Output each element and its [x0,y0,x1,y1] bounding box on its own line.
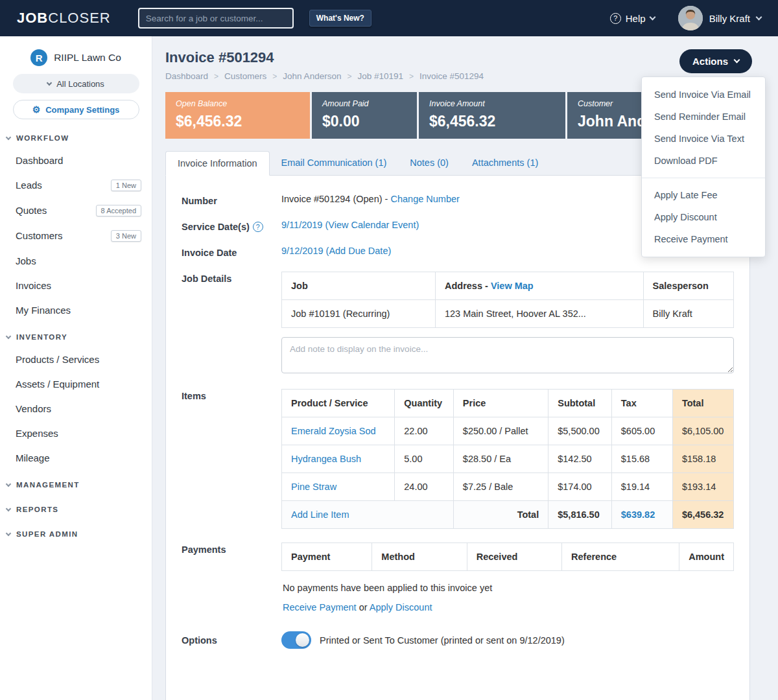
sidebar-item-label: Assets / Equipment [16,379,99,390]
whats-new-button[interactable]: What's New? [309,10,371,27]
address-cell: 123 Main Street, Hoover AL 352... [435,300,643,328]
sidebar-item-label: My Finances [16,305,71,316]
menu-item-receive-payment[interactable]: Receive Payment [642,228,765,250]
tax-cell: $15.68 [611,445,672,473]
actions-button[interactable]: Actions [679,49,752,73]
sidebar-section-reports[interactable]: REPORTS [0,497,152,519]
breadcrumb-customers[interactable]: Customers [224,71,266,81]
breadcrumb-separator: > [409,72,414,81]
items-header-row: Product / Service Quantity Price Subtota… [282,390,734,417]
menu-item-apply-late-fee[interactable]: Apply Late Fee [642,184,765,206]
add-due-date-link[interactable]: (Add Due Date) [326,246,392,256]
section-label: SUPER ADMIN [16,530,78,538]
help-label: Help [626,13,646,24]
tax-cell: $605.00 [611,417,672,445]
quantity-cell: 22.00 [395,417,454,445]
payment-column-header: Payment [282,543,372,571]
breadcrumb-job[interactable]: Job #10191 [357,71,403,81]
sidebar-section-super-admin[interactable]: SUPER ADMIN [0,522,152,544]
payments-header-row: Payment Method Received Reference Amount [282,543,734,571]
options-row: Options Printed or Sent To Customer (pri… [182,631,734,649]
tax-cell: $19.14 [611,473,672,501]
sidebar-item-invoices[interactable]: Invoices [0,273,152,298]
search-input[interactable] [138,8,294,29]
view-map-link[interactable]: View Map [491,281,534,291]
user-name: Billy Kraft [709,13,750,24]
company-settings-label: Company Settings [45,105,119,115]
sidebar-section-workflow[interactable]: WORKFLOW [0,126,152,148]
sidebar-item-mileage[interactable]: Mileage [0,445,152,470]
job-details-table: Job Address - View Map Salesperson Job #… [281,272,734,328]
salesperson-cell: Billy Kraft [643,300,733,328]
tab-attachments[interactable]: Attachments (1) [460,151,550,175]
sidebar-item-vendors[interactable]: Vendors [0,396,152,421]
status-badge: 8 Accepted [96,205,141,216]
sidebar-item-leads[interactable]: Leads 1 New [0,172,152,198]
menu-item-send-invoice-text[interactable]: Send Invoice Via Text [642,128,765,150]
menu-item-send-invoice-email[interactable]: Send Invoice Via Email [642,84,765,106]
sidebar-item-customers[interactable]: Customers 3 New [0,223,152,248]
all-locations-select[interactable]: All Locations [13,74,139,93]
job-details-header-row: Job Address - View Map Salesperson [282,272,734,300]
sidebar-item-dashboard[interactable]: Dashboard [0,148,152,172]
add-line-item-link[interactable]: Add Line Item [291,509,349,520]
toggle-knob [296,633,309,647]
help-icon: ? [610,13,621,24]
product-link[interactable]: Hydrangea Bush [291,454,361,464]
sidebar-item-label: Products / Services [16,354,99,365]
job-details-row: Job Details Job Address - View Map Sales… [182,272,734,375]
total-cell: $193.14 [672,473,733,501]
menu-item-apply-discount[interactable]: Apply Discount [642,206,765,228]
menu-item-send-reminder-email[interactable]: Send Reminder Email [642,106,765,128]
sidebar-section-management[interactable]: MANAGEMENT [0,472,152,495]
stat-value: $6,456.32 [429,113,555,130]
invoice-number-value: Invoice #501294 (Open) - [281,194,388,204]
sidebar-item-label: Expenses [16,428,58,439]
tax-column-header: Tax [611,390,672,417]
sidebar-section-inventory[interactable]: INVENTORY [0,325,152,347]
invoice-note-textarea[interactable] [281,337,734,373]
menu-divider [642,178,765,178]
section-label: MANAGEMENT [16,481,80,489]
price-cell: $7.25 / Bale [453,473,548,501]
items-label: Items [182,389,281,529]
product-link[interactable]: Pine Straw [291,482,336,492]
sidebar-item-my-finances[interactable]: My Finances [0,298,152,322]
invoice-date-link[interactable]: 9/12/2019 [281,246,324,256]
section-label: INVENTORY [16,333,67,341]
status-badge: 1 New [111,180,141,191]
service-date-link[interactable]: 9/11/2019 [281,220,322,230]
product-link[interactable]: Emerald Zoysia Sod [291,426,376,436]
sidebar-item-expenses[interactable]: Expenses [0,421,152,445]
footer-tax-link[interactable]: $639.82 [621,509,655,520]
tab-notes[interactable]: Notes (0) [398,151,460,175]
total-cell: $6,105.00 [672,417,733,445]
breadcrumb-customer-name[interactable]: John Anderson [283,71,341,81]
company-settings-button[interactable]: ⚙ Company Settings [13,100,139,119]
payments-row: Payments Payment Method Received Referen… [182,542,734,618]
invoice-date-label: Invoice Date [182,246,281,258]
tab-invoice-information[interactable]: Invoice Information [165,151,270,176]
breadcrumb-dashboard[interactable]: Dashboard [165,71,208,81]
stat-label: Amount Paid [322,99,407,108]
chevron-down-icon [6,506,11,511]
chevron-down-icon [734,57,740,64]
sidebar-item-quotes[interactable]: Quotes 8 Accepted [0,198,152,223]
user-menu[interactable]: Billy Kraft [678,6,761,30]
printed-sent-toggle[interactable] [281,631,311,649]
menu-item-download-pdf[interactable]: Download PDF [642,150,765,172]
printed-sent-text: Printed or Sent To Customer (printed or … [320,635,565,646]
sidebar-item-products-services[interactable]: Products / Services [0,347,152,371]
sidebar-item-label: Mileage [16,452,50,463]
apply-discount-link[interactable]: Apply Discount [370,602,432,612]
view-calendar-event-link[interactable]: (View Calendar Event) [325,220,419,230]
sidebar-item-jobs[interactable]: Jobs [0,248,152,273]
receive-payment-link[interactable]: Receive Payment [283,602,357,612]
breadcrumb-separator: > [347,72,351,81]
sidebar-item-assets-equipment[interactable]: Assets / Equipment [0,371,152,396]
change-number-link[interactable]: Change Number [390,194,459,204]
info-icon[interactable]: ? [253,222,263,232]
help-menu[interactable]: ? Help [610,13,655,24]
tab-email-communication[interactable]: Email Communication (1) [270,151,399,175]
sidebar-item-label: Dashboard [16,155,63,166]
